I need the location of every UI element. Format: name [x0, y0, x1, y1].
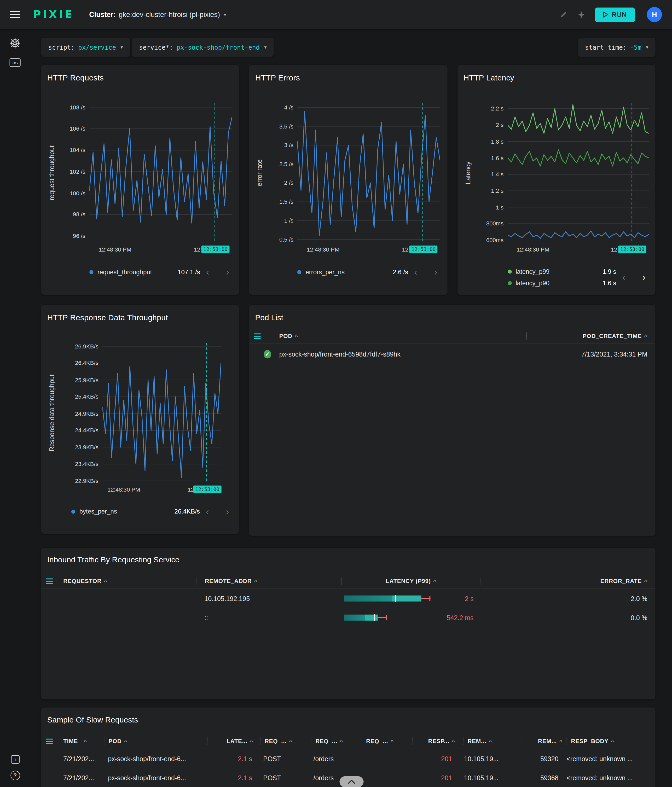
req-path-cell: /orders	[309, 755, 359, 762]
user-avatar[interactable]: H	[647, 7, 662, 22]
run-button[interactable]: RUN	[595, 7, 635, 22]
start-time-key: start_time:	[585, 43, 626, 51]
legend-entry[interactable]: request_throughput 107.1 /s	[89, 266, 203, 278]
play-icon	[603, 11, 608, 17]
quantile-whisker	[378, 617, 387, 618]
help-icon[interactable]: ?	[10, 771, 20, 780]
start-time-dropdown[interactable]: start_time: -5m ▼	[578, 38, 655, 57]
resp-body-cell: <removed: unknown ...	[563, 755, 656, 762]
column-header-error-rate[interactable]: ERROR_RATE ^	[481, 578, 655, 584]
column-header-time[interactable]: TIME_^	[59, 738, 104, 744]
legend-entry[interactable]: latency_p99 1.9 s	[508, 265, 619, 277]
scroll-top-button[interactable]	[339, 776, 364, 787]
column-header-pod-create-time[interactable]: POD_CREATE_TIME ^	[527, 333, 655, 339]
cluster-helm-icon[interactable]	[9, 37, 21, 49]
service-value: px-sock-shop/front-end	[177, 43, 260, 51]
column-menu-button[interactable]	[41, 578, 59, 583]
series-value: 1.9 s	[602, 268, 616, 275]
service-dropdown[interactable]: service*: px-sock-shop/front-end ▼	[132, 38, 274, 57]
y-tick-label: 96 /s	[41, 232, 85, 240]
column-header-remote-port[interactable]: REM...^	[521, 738, 566, 744]
y-tick-label: 4 /s	[249, 103, 293, 112]
quantile-median-tick	[374, 614, 375, 621]
column-header-remote-addr[interactable]: REMOTE_ADDR ^	[196, 578, 341, 584]
table-row[interactable]: ✓ px-sock-shop/front-end-6598d7fdf7-s89h…	[249, 344, 655, 364]
http-latency-chart[interactable]: Latency2.2 s2 s1.8 s1.6 s1.4 s1.2 s1 s80…	[457, 65, 655, 295]
hamburger-menu-icon[interactable]	[10, 11, 20, 18]
http-errors-chart[interactable]: error rate4 /s3.5 /s3 /s2.5 /s2 /s1.5 /s…	[249, 65, 447, 295]
legend-next-icon[interactable]: ›	[226, 506, 229, 517]
req-method-cell: POST	[259, 774, 309, 782]
script-value: px/service	[78, 43, 116, 51]
column-header-resp-status[interactable]: RESP...^	[413, 738, 463, 744]
y-tick-label: 104 /s	[41, 146, 85, 154]
namespace-icon[interactable]: ns	[9, 58, 21, 67]
time-cell: 7/21/202...	[59, 774, 104, 782]
pod-status-cell: ✓	[249, 350, 275, 359]
remote-addr-cell: 10.105.19...	[460, 774, 517, 782]
y-tick-label: 24.4KB/s	[41, 426, 98, 435]
chart-plot-area[interactable]	[508, 103, 649, 242]
y-tick-label: 25.9KB/s	[41, 376, 98, 384]
error-rate-cell: 0.0 %	[480, 614, 656, 621]
table-header-row: TIME_^ POD^ LATE...^ REQ_...^ REQ_...^ R…	[41, 733, 656, 749]
column-header-req-path[interactable]: REQ_...^	[311, 738, 362, 744]
table-row[interactable]: 10.105.192.195 2 s 2.0 %	[41, 589, 656, 608]
cluster-selector[interactable]: Cluster: gke:dev-cluster-htroisi (pl-pix…	[89, 11, 227, 19]
column-header-remote-addr[interactable]: REM...^	[463, 738, 521, 744]
series-line	[89, 117, 232, 223]
legend-entry[interactable]: latency_p90 1.6 s	[508, 277, 619, 289]
pixie-logo[interactable]: PIXIE	[33, 9, 74, 21]
edit-script-icon[interactable]	[560, 11, 568, 19]
column-header-pod[interactable]: POD^	[104, 738, 207, 744]
magic-sparkle-icon[interactable]	[578, 11, 585, 18]
legend-prev-icon[interactable]: ‹	[206, 506, 209, 517]
column-header-req-method[interactable]: REQ_...^	[261, 738, 311, 744]
legend-prev-icon[interactable]: ‹	[206, 267, 209, 277]
legend-entry[interactable]: bytes_per_ns 26.4KB/s	[71, 506, 203, 517]
legend-next-icon[interactable]: ›	[226, 267, 229, 277]
series-dot	[508, 269, 512, 273]
info-icon[interactable]: i	[11, 755, 19, 763]
legend-entry[interactable]: errors_per_ns 2.6 /s	[297, 266, 411, 278]
legend-prev-icon[interactable]: ‹	[622, 272, 626, 282]
column-menu-button[interactable]	[249, 333, 275, 338]
table-title: Sample Of Slow Requests	[47, 716, 650, 725]
chart-plot-area[interactable]	[297, 103, 440, 242]
column-menu-icon	[254, 333, 261, 338]
table-title: Inbound Traffic By Requesting Service	[47, 555, 650, 564]
chart-plot-area[interactable]	[89, 103, 232, 242]
sort-asc-icon: ^	[644, 578, 647, 583]
column-header-pod[interactable]: POD ^	[275, 333, 526, 339]
chevron-down-icon: ▼	[646, 45, 648, 49]
chart-legend: request_throughput 107.1 /s ‹ ›	[89, 266, 232, 278]
healthy-check-icon: ✓	[264, 350, 271, 359]
legend-next-icon[interactable]: ›	[642, 272, 645, 282]
table-row[interactable]: 7/21/202... px-sock-shop/front-end-6... …	[41, 749, 656, 768]
table-row[interactable]: :: 542.2 ms 0.0 %	[41, 608, 656, 627]
latency-cell: 542.2 ms	[340, 614, 479, 621]
column-header-latency[interactable]: LATE...^	[208, 738, 260, 744]
series-line	[103, 363, 221, 477]
column-header-resp-body[interactable]: RESP_BODY^	[567, 738, 655, 744]
script-dropdown[interactable]: script: px/service ▼	[41, 38, 130, 57]
series-name: errors_per_ns	[305, 268, 393, 275]
http-response-throughput-chart[interactable]: Response data throughput26.9KB/s26.4KB/s…	[41, 305, 239, 534]
quantile-whisker	[421, 598, 430, 599]
y-tick-label: 100 /s	[41, 189, 85, 197]
panel-title: HTTP Errors	[255, 73, 300, 82]
table-header-row: POD ^ POD_CREATE_TIME ^	[249, 328, 655, 344]
column-header-requestor[interactable]: REQUESTOR ^	[59, 578, 196, 584]
http-requests-chart[interactable]: request throughput108 /s106 /s104 /s102 …	[41, 65, 239, 295]
legend-next-icon[interactable]: ›	[434, 267, 437, 277]
sort-asc-icon: ^	[611, 738, 614, 744]
legend-prev-icon[interactable]: ‹	[414, 267, 417, 277]
series-dot	[89, 270, 93, 274]
sort-asc-icon: ^	[452, 738, 455, 744]
column-menu-icon	[46, 738, 53, 744]
column-header-latency-p99[interactable]: LATENCY (P99) ^	[342, 578, 481, 584]
column-menu-button[interactable]	[41, 738, 59, 744]
y-tick-label: 26.4KB/s	[41, 359, 98, 367]
column-header-req-body[interactable]: REQ_...^	[362, 738, 412, 744]
chart-plot-area[interactable]	[103, 343, 221, 482]
